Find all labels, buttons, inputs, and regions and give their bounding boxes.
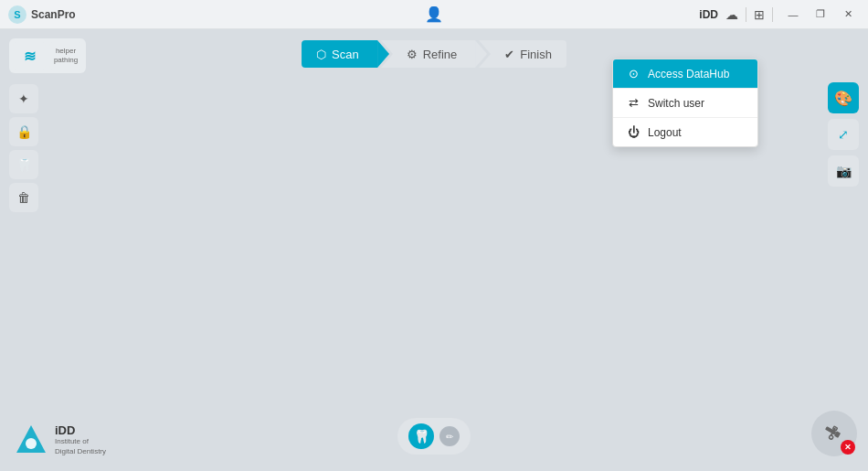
divider [746, 7, 746, 22]
titlebar-left: S ScanPro [7, 5, 76, 25]
tooth-btn-icon: 🦷 [408, 423, 434, 449]
divider2 [772, 7, 773, 22]
expand-button[interactable]: ⤢ [828, 119, 859, 150]
new-button[interactable]: ≋ [13, 42, 46, 70]
workflow-bar: ⬡ Scan ⚙ Refine ✔ Finish [302, 40, 566, 68]
lock-icon: 🔒 [16, 124, 32, 139]
crosshair-button[interactable]: ✦ [9, 84, 38, 113]
logo-line2: Digital Dentistry [55, 447, 106, 456]
camera-icon: 📷 [836, 164, 852, 178]
color-button[interactable]: 🎨 [828, 82, 859, 113]
main-content: ⬡ Scan ⚙ Refine ✔ Finish ≋ helperpathing… [0, 29, 868, 471]
trash-button[interactable]: 🗑 [9, 183, 38, 212]
top-toolbar-group: ≋ helperpathing [9, 38, 86, 73]
idd-logo-icon [15, 423, 48, 456]
app-title: ScanPro [31, 8, 76, 21]
helper-button[interactable]: helperpathing [49, 42, 82, 70]
usb-button[interactable]: ✕ [811, 411, 857, 456]
titlebar-right: iDD ☁ ⊞ — ❐ ✕ [699, 5, 861, 24]
tooth-icon-inner: 🦷 [414, 429, 429, 444]
cloud-icon[interactable]: ☁ [725, 7, 738, 22]
logo-line1: Institute of [55, 437, 106, 446]
dropdown-item-switch-user[interactable]: ⇄ Switch user [613, 89, 757, 117]
app-logo: S ScanPro [7, 5, 76, 25]
minimize-button[interactable]: — [780, 5, 806, 24]
dropdown-item-access-datahub[interactable]: ⊙ Access DataHub [613, 59, 757, 88]
dropdown-item-logout[interactable]: ⏻ Logout [613, 118, 757, 146]
scan-step-label: Scan [332, 48, 359, 61]
titlebar: S ScanPro 👤 iDD ☁ ⊞ — ❐ ✕ [0, 0, 868, 29]
grid-icon[interactable]: ⊞ [754, 7, 765, 22]
tooth-button[interactable]: 🦷 [9, 150, 38, 179]
svg-point-3 [26, 438, 37, 449]
logo-text: iDD Institute of Digital Dentistry [55, 423, 106, 456]
workflow-step-refine[interactable]: ⚙ Refine [381, 40, 476, 68]
usb-badge-icon: ✕ [844, 443, 852, 452]
side-toolbar-icons: ✦ 🔒 🦷 🗑 [9, 84, 86, 212]
top-buttons: ≋ helperpathing [13, 42, 82, 70]
svg-point-6 [829, 434, 833, 439]
tooth-btn-edit[interactable]: ✏ [439, 426, 460, 446]
workflow-step-scan[interactable]: ⬡ Scan [302, 40, 377, 68]
left-toolbar: ≋ helperpathing ✦ 🔒 🦷 🗑 [9, 38, 86, 212]
camera-button[interactable]: 📷 [828, 155, 859, 187]
tooth-icon: 🦷 [16, 157, 32, 172]
datahub-icon: ⊙ [626, 67, 640, 80]
crosshair-icon: ✦ [18, 91, 29, 106]
bottom-logo: iDD Institute of Digital Dentistry [15, 423, 106, 456]
expand-icon: ⤢ [838, 127, 849, 142]
dropdown-menu: ⊙ Access DataHub ⇄ Switch user ⏻ Logout [612, 59, 758, 147]
power-icon: ⏻ [626, 125, 640, 139]
switch-icon: ⇄ [626, 96, 640, 110]
app-logo-icon: S [7, 5, 27, 25]
scan-step-icon: ⬡ [316, 48, 326, 61]
trash-icon: 🗑 [17, 190, 30, 205]
lock-button[interactable]: 🔒 [9, 117, 38, 146]
user-icon[interactable]: 👤 [425, 5, 443, 23]
titlebar-center: 👤 [425, 5, 443, 23]
finish-step-label: Finish [520, 48, 552, 61]
tooth-action-button[interactable]: 🦷 ✏ [397, 418, 471, 455]
bottom-center: 🦷 ✏ [397, 418, 471, 455]
edit-icon: ✏ [446, 432, 453, 442]
bottom-right: ✕ [811, 411, 857, 456]
dropdown-label-logout: Logout [648, 126, 682, 139]
svg-text:S: S [14, 9, 20, 20]
restore-button[interactable]: ❐ [808, 5, 833, 24]
logo-idd: iDD [55, 423, 106, 437]
helper-label: helperpathing [54, 47, 78, 64]
refine-step-label: Refine [423, 48, 458, 61]
refine-step-icon: ⚙ [407, 48, 418, 61]
dropdown-label-access-datahub: Access DataHub [648, 68, 729, 80]
right-toolbar: 🎨 ⤢ 📷 [828, 82, 859, 187]
idd-label: iDD [699, 8, 718, 21]
color-icon: 🎨 [834, 90, 852, 107]
dropdown-label-switch-user: Switch user [648, 97, 704, 110]
usb-badge: ✕ [841, 440, 855, 455]
workflow-step-finish[interactable]: ✔ Finish [479, 40, 566, 68]
finish-step-icon: ✔ [504, 48, 514, 61]
close-button[interactable]: ✕ [835, 5, 861, 24]
window-controls: — ❐ ✕ [780, 5, 861, 24]
